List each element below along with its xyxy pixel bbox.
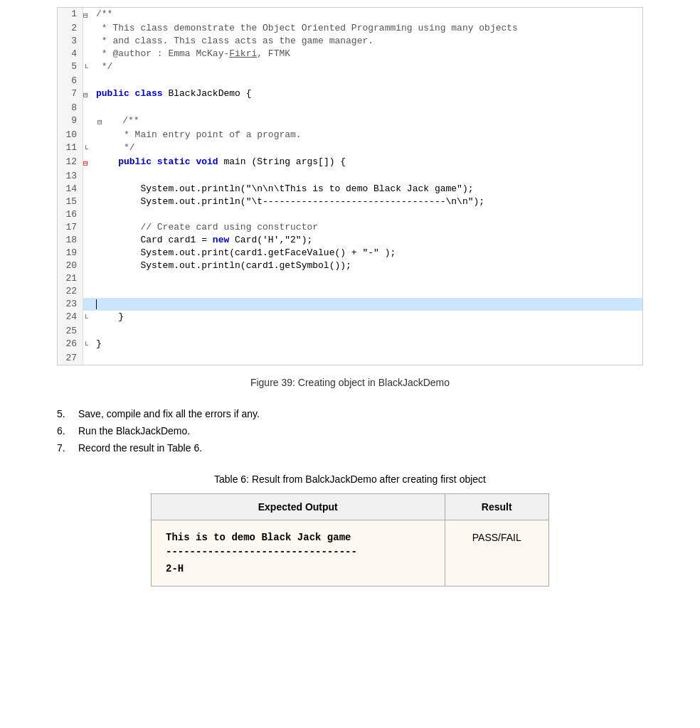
expected-line3: 2-H [166, 563, 430, 574]
code-line-21: 21 [58, 272, 642, 285]
fold-icon-9[interactable]: ⊟ [83, 114, 97, 129]
code-line-5: 5 └ */ [58, 60, 642, 75]
fold-icon-10 [83, 129, 93, 141]
code-line-15: 15 System.out.println("\t---------------… [58, 196, 642, 208]
instruction-item-6: 6. Run the BlackJackDemo. [57, 425, 643, 437]
instruction-text-6: Run the BlackJackDemo. [78, 425, 643, 437]
line-num-11: 11 [58, 141, 83, 156]
code-line-10: 10 * Main entry point of a program. [58, 129, 642, 141]
line-num-22: 22 [58, 285, 83, 298]
line-num-5: 5 [58, 60, 83, 75]
code-line-9: 9 ⊟ /** [58, 114, 642, 129]
code-content-5: */ [93, 60, 642, 75]
code-content-9: /** [97, 114, 642, 129]
instruction-num-5: 5. [57, 408, 78, 419]
table-header-row: Expected Output Result [152, 494, 549, 520]
fold-icon-1[interactable]: ⊟ [83, 8, 93, 22]
line-num-18: 18 [58, 234, 83, 247]
instruction-num-7: 7. [57, 442, 78, 454]
expected-line1: This is to demo Black Jack game [166, 532, 430, 543]
code-line-17: 17 // Create card using constructor [58, 221, 642, 234]
code-line-11: 11 └ */ [58, 141, 642, 156]
code-line-6: 6 [58, 75, 642, 87]
code-content-10: * Main entry point of a program. [93, 129, 642, 141]
code-line-19: 19 System.out.print(card1.getFaceValue()… [58, 247, 642, 259]
line-num-12: 12 [58, 156, 83, 170]
code-content-20: System.out.println(card1.getSymbol()); [93, 259, 642, 272]
code-line-3: 3 * and class. This class acts as the ga… [58, 35, 642, 48]
fold-icon-26: └ [83, 338, 93, 352]
code-content-18: Card card1 = new Card('H',"2"); [93, 234, 642, 247]
code-content-21 [93, 272, 642, 285]
code-line-26: 26 └ } [58, 338, 642, 352]
code-content-6 [93, 75, 642, 87]
fold-icon-23 [83, 298, 93, 311]
code-content-27 [93, 352, 642, 365]
code-content-7: public class BlackJackDemo { [93, 87, 642, 102]
line-num-8: 8 [58, 102, 83, 114]
line-num-3: 3 [58, 35, 83, 48]
fold-icon-17 [83, 221, 93, 234]
line-num-6: 6 [58, 75, 83, 87]
line-num-14: 14 [58, 183, 83, 196]
code-content-16 [93, 208, 642, 221]
table-data-row: This is to demo Black Jack game --------… [152, 520, 549, 587]
fold-icon-13 [83, 170, 93, 183]
code-line-16: 16 [58, 208, 642, 221]
code-content-24: } [93, 311, 642, 325]
fold-icon-18 [83, 234, 93, 247]
code-line-27: 27 [58, 352, 642, 365]
code-content-14: System.out.println("\n\n\tThis is to dem… [93, 183, 642, 196]
line-num-19: 19 [58, 247, 83, 259]
instruction-text-7: Record the result in Table 6. [78, 442, 643, 454]
code-content-3: * and class. This class acts as the game… [93, 35, 642, 48]
code-line-18: 18 Card card1 = new Card('H',"2"); [58, 234, 642, 247]
fold-icon-5: └ [83, 60, 93, 75]
fold-icon-3 [83, 35, 93, 48]
result-cell: PASS/FAIL [445, 520, 548, 587]
table-header-result: Result [445, 494, 548, 520]
code-content-11: */ [93, 141, 642, 156]
expected-output-cell: This is to demo Black Jack game --------… [152, 520, 445, 587]
line-num-7: 7 [58, 87, 83, 102]
page-container: 1 ⊟ /** 2 * This class demonstrate the O… [0, 0, 700, 615]
code-content-13 [93, 170, 642, 183]
line-num-25: 25 [58, 325, 83, 338]
line-num-17: 17 [58, 221, 83, 234]
fold-icon-14 [83, 183, 93, 196]
fold-icon-15 [83, 196, 93, 208]
code-line-24: 24 └ } [58, 311, 642, 325]
code-content-17: // Create card using constructor [93, 221, 642, 234]
fold-icon-8 [83, 102, 93, 114]
result-value: PASS/FAIL [472, 532, 521, 543]
instruction-item-5: 5. Save, compile and fix all the errors … [57, 408, 643, 419]
code-content-4: * @author : Emma McKay-Fikri, FTMK [93, 48, 642, 60]
line-num-10: 10 [58, 129, 83, 141]
instruction-text-5: Save, compile and fix all the errors if … [78, 408, 643, 419]
line-num-4: 4 [58, 48, 83, 60]
fold-icon-2 [83, 22, 93, 35]
code-line-4: 4 * @author : Emma McKay-Fikri, FTMK [58, 48, 642, 60]
table-header-expected: Expected Output [152, 494, 445, 520]
line-num-1: 1 [58, 8, 83, 22]
fold-icon-21 [83, 272, 93, 285]
table-caption: Table 6: Result from BalckJackDemo after… [57, 473, 643, 485]
instruction-num-6: 6. [57, 425, 78, 437]
line-num-20: 20 [58, 259, 83, 272]
fold-icon-12[interactable]: ⊟ [83, 156, 93, 170]
result-table-wrapper: Expected Output Result This is to demo B… [57, 493, 643, 587]
figure-caption: Figure 39: Creating object in BlackJackD… [57, 377, 643, 388]
fold-icon-20 [83, 259, 93, 272]
code-content-1: /** [93, 8, 642, 22]
expected-line2: -------------------------------- [166, 546, 430, 557]
line-num-16: 16 [58, 208, 83, 221]
code-content-25 [93, 325, 642, 338]
code-line-1: 1 ⊟ /** [58, 8, 642, 22]
fold-icon-25 [83, 325, 93, 338]
fold-icon-19 [83, 247, 93, 259]
fold-icon-7[interactable]: ⊟ [83, 87, 93, 102]
code-content-26: } [93, 338, 642, 352]
code-content-2: * This class demonstrate the Object Orie… [93, 22, 642, 35]
fold-icon-6 [83, 75, 93, 87]
code-content-19: System.out.print(card1.getFaceValue() + … [93, 247, 642, 259]
